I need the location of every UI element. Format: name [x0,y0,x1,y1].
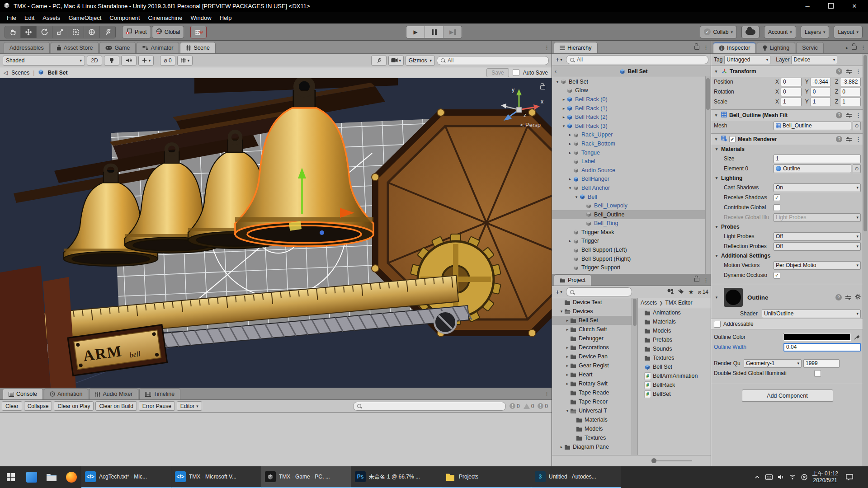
play-button[interactable]: ▶ [406,26,425,38]
mesh-object-field[interactable]: Bell_Outline [774,122,851,130]
taskbar-app-photoshop[interactable]: Ps未命名-1 @ 66.7% ... [351,466,441,488]
project-splitter[interactable] [632,298,638,455]
start-button[interactable] [0,466,22,488]
tab-animation[interactable]: Animation [44,388,89,399]
scene-lighting-toggle[interactable] [104,56,119,66]
hierarchy-item-bell-rack-1-[interactable]: ▸Bell Rack (1)› [552,104,711,113]
hierarchy-item-bell-anchor[interactable]: ▾Bell Anchor [552,183,711,192]
hierarchy-item-bell-set[interactable]: ▾Bell Set [552,77,711,86]
taskbar-app-vscode[interactable]: </>AcgTech.txt* - Mic... [81,466,171,488]
foldout-arrow[interactable]: ▸ [559,445,564,449]
clear-button[interactable]: Clear [2,401,22,411]
foldout-arrow[interactable]: ▸ [561,106,566,111]
action-center-icon[interactable] [843,474,856,480]
taskbar-app-unity[interactable]: TMX - Game - PC, ... [261,466,351,488]
rotate-tool-button[interactable] [37,26,52,38]
asset-sounds[interactable]: Sounds [638,344,711,353]
transform-rotation-z-field[interactable]: 0 [840,88,861,96]
dynamic-occlusion-checkbox[interactable]: ✓ [774,272,780,279]
foldout-arrow[interactable]: ▸ [567,141,573,146]
foldout-arrow[interactable]: ▸ [567,177,573,181]
hierarchy-item-tongue[interactable]: ▸Tongue [552,148,711,157]
taskbar-clock[interactable]: 上午 01:12 2020/5/21 [812,470,838,484]
foldout-arrow[interactable]: ▸ [565,327,570,332]
grid-snap-button[interactable] [191,26,206,38]
lock-icon[interactable] [694,46,699,50]
network-icon[interactable] [789,474,796,481]
search-by-label-icon[interactable] [678,289,684,296]
file-explorer-icon[interactable] [42,466,61,488]
foldout-arrow[interactable]: ▾ [561,124,566,128]
warning-count[interactable]: 0 [522,403,536,409]
asset-prefabs[interactable]: Prefabs [638,335,711,344]
view-tabs-menu-icon[interactable]: ⋮ [544,44,550,51]
asset-models[interactable]: Models [638,326,711,335]
search-by-type-icon[interactable] [667,288,674,296]
hierarchy-menu-icon[interactable]: ⋮ [703,44,709,51]
info-count[interactable]: !0 [508,403,522,409]
scene-header-row[interactable]: ‹ Bell Set [552,66,711,77]
additional-settings-foldout[interactable]: ▾Additional Settings [711,251,863,260]
preset-icon[interactable] [845,295,851,300]
lighting-foldout[interactable]: ▾Lighting [711,174,863,183]
error-count[interactable]: !0 [536,403,550,409]
project-menu-icon[interactable]: ⋮ [703,277,709,283]
preset-icon[interactable] [846,113,852,118]
asset-materials[interactable]: Materials [638,317,711,326]
scene-grid-dropdown[interactable]: ▾ [177,56,193,66]
component-enabled-checkbox[interactable]: ✓ [729,136,736,142]
hierarchy-item-rack-bottom[interactable]: ▸Rack_Bottom [552,139,711,148]
breadcrumb-assets[interactable]: Assets [641,300,657,306]
foldout-arrow[interactable]: ▾ [565,408,570,413]
foldout-arrow[interactable]: ▸ [565,372,570,377]
foldout-arrow[interactable]: ▸ [565,363,570,368]
tab-hierarchy[interactable]: Hierarchy [554,42,598,53]
project-search-input[interactable] [566,287,632,296]
scene-name-breadcrumb[interactable]: Bell Set [47,70,67,76]
asset-animations[interactable]: Animations [638,308,711,317]
hierarchy-item-rack-upper[interactable]: ▸Rack_Upper [552,131,711,140]
maximize-button[interactable] [821,0,841,12]
project-folder-tape-recor[interactable]: Tape Recor [552,397,632,406]
console-search-input[interactable] [353,402,506,411]
save-button[interactable]: Save [486,68,509,77]
tab-servic[interactable]: Servic [796,42,824,53]
hierarchy-search-input[interactable]: All [566,55,708,64]
gear-icon[interactable] [855,294,861,301]
cast-shadows-dropdown[interactable]: On▾ [774,183,861,192]
tab-inspector[interactable]: iInspector [713,42,756,53]
transform-scale-z-field[interactable]: 1 [840,98,861,106]
project-folder-tape-reade[interactable]: Tape Reade [552,388,632,397]
rect-tool-button[interactable] [68,26,84,38]
asset-bellset[interactable]: #BellSet [638,389,711,399]
custom-tool-button[interactable] [100,26,115,38]
transform-position-x-field[interactable]: 0 [781,78,802,86]
help-icon[interactable]: ? [836,68,842,75]
tab-console[interactable]: Console [3,388,43,399]
minimize-button[interactable]: ─ [797,0,817,12]
menu-file[interactable]: File [3,14,20,21]
menu-assets[interactable]: Assets [38,14,64,21]
asset-bellrack[interactable]: #BellRack [638,380,711,389]
hierarchy-item-bell-ring[interactable]: Bell_Ring [552,219,711,228]
reflection-probes-dropdown[interactable]: Off▾ [774,242,861,251]
project-folder-materials[interactable]: Materials [552,415,632,424]
sync-paused-icon[interactable] [801,474,808,481]
materials-size-field[interactable]: 1 [774,155,861,163]
asset-bellarmanimation[interactable]: #BellArmAnimation [638,371,711,380]
orientation-gizmo[interactable]: y x z [492,84,546,127]
project-folder-rotary-swit[interactable]: ▸Rotary Swit [552,379,632,388]
object-picker-icon[interactable]: ⊙ [853,122,861,130]
lock-icon[interactable] [694,278,699,282]
preset-icon[interactable] [846,137,852,142]
transform-position-z-field[interactable]: -3.882 [840,78,861,86]
tab-animator[interactable]: Animator [137,42,179,53]
favorites-star-icon[interactable]: ★ [688,288,694,296]
addressable-checkbox[interactable] [714,321,721,328]
layers-dropdown[interactable]: Layers▾ [801,26,830,38]
hidden-packages-count[interactable]: ⌀14 [698,289,708,296]
breadcrumb-tmx-editor[interactable]: TMX Editor [665,300,692,306]
foldout-arrow[interactable]: ▸ [567,150,573,155]
transform-tool-button[interactable] [84,26,100,38]
inspector-scrollbar[interactable] [863,54,868,466]
